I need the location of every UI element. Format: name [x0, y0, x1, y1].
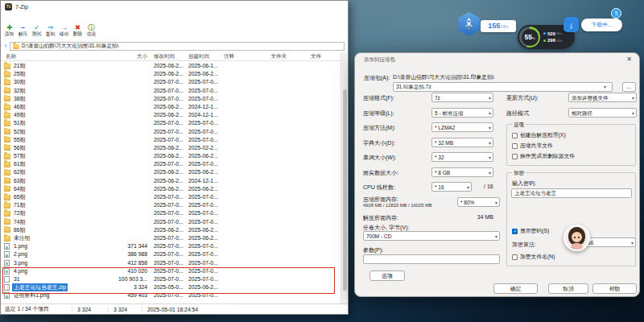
app-icon-7zip: 7z	[5, 3, 12, 10]
field-combobox[interactable]: * LZMA2	[431, 122, 493, 132]
table-row[interactable]: 25期 2025-06-2... 2025-06-2...	[1, 70, 342, 78]
toolbar-button[interactable]: ✖ 删除	[71, 23, 85, 41]
table-row[interactable]: 63期 2025-06-2... 2024-12-1...	[1, 177, 342, 185]
folder-up-button[interactable]: ↑	[4, 43, 7, 50]
table-row[interactable]: 38期 2025-07-0... 2025-07-0...	[1, 95, 342, 103]
toolbar-button[interactable]: ⇒ 复制	[43, 23, 57, 41]
password-input[interactable]	[511, 188, 632, 198]
monitor-speed-unit: K/s	[557, 31, 562, 35]
encrypt-filenames-checkbox-row[interactable]: 加密文件名(N)	[512, 253, 555, 261]
field-label: 固实数据大小:	[363, 169, 398, 177]
table-row[interactable]: 31 100 903 3... 2025-07-0... 2025-07-0..…	[1, 275, 342, 283]
table-row[interactable]: 52期 2025-07-0... 2025-07-0...	[1, 128, 342, 136]
download-status-pill[interactable]: 下载中...	[581, 19, 622, 31]
checkbox-row[interactable]: 操作完成后删除源文件	[512, 152, 575, 160]
column-header-name[interactable]: 名称	[6, 53, 16, 60]
column-header-modified[interactable]: 修改时间	[154, 53, 175, 60]
titlebar[interactable]: 7z 7-Zip	[1, 1, 348, 12]
field-suffix: / 16	[484, 184, 493, 189]
created-date: 2025-07-0...	[188, 275, 218, 283]
toolbar-button[interactable]: ✚ 添加	[2, 23, 16, 41]
table-row[interactable]: 86期 2025-06-2... 2025-06-2...	[1, 226, 342, 234]
checkbox-row[interactable]: 创建自解压程序(X)	[512, 131, 566, 139]
toolbar-button[interactable]: − 解压	[16, 23, 30, 41]
help-button[interactable]: 帮助	[592, 283, 637, 294]
archive-name-input[interactable]	[393, 82, 613, 92]
checkbox[interactable]	[512, 133, 518, 138]
archive-combo-arrow-icon[interactable]: ▾	[604, 84, 606, 89]
field-combobox[interactable]: 5 - 标准压缩	[431, 108, 493, 118]
created-date: 2025-07-0...	[188, 95, 218, 103]
table-row[interactable]: 55期 2025-07-0... 2025-07-0...	[1, 136, 342, 144]
table-row[interactable]: 46期 2025-06-2... 2024-12-1...	[1, 103, 342, 111]
close-icon[interactable]: ✕	[626, 56, 632, 63]
field-combobox[interactable]: * 32	[431, 152, 493, 162]
parameters-input[interactable]	[363, 254, 500, 264]
download-button[interactable]: ↓	[564, 17, 579, 32]
table-row[interactable]: 62期 2025-06-2... 2025-06-2...	[1, 168, 342, 176]
vertical-scrollbar[interactable]	[341, 52, 347, 304]
checkbox[interactable]	[512, 154, 518, 159]
column-header-size[interactable]: 大小	[96, 53, 147, 60]
table-row[interactable]: 51期 2025-07-0... 2025-07-0...	[1, 119, 342, 127]
cpu-usage-value: 55	[524, 33, 531, 41]
toolbar-icon: ✓	[30, 23, 43, 31]
toolbar-button[interactable]: → 移动	[57, 23, 71, 41]
modified-date: 2025-07-0...	[154, 242, 184, 250]
encrypt-filenames-checkbox[interactable]	[512, 254, 518, 260]
field-label: 单词大小(W):	[363, 154, 396, 162]
table-row[interactable]: 2.png 386 988 2025-07-0... 2025-07-0...	[1, 250, 342, 258]
scrollbar-thumb[interactable]	[343, 89, 347, 291]
table-row[interactable]: 65期 2025-07-0... 2025-07-0...	[1, 193, 342, 201]
field-combobox[interactable]: * 8 GB	[431, 167, 493, 177]
browse-button[interactable]: ...	[622, 82, 636, 92]
table-row[interactable]: 32期 2025-07-0... 2025-07-0...	[1, 87, 342, 95]
table-row[interactable]: 未注明 2025-07-0... 2025-06-2...	[1, 234, 342, 242]
ok-button[interactable]: 确定	[493, 283, 538, 294]
volume-size-combobox[interactable]: 700M - CD	[363, 231, 500, 241]
file-type-icon	[4, 154, 10, 159]
checkbox-row[interactable]: 压缩共享文件	[512, 142, 553, 150]
network-speed-pill[interactable]: 155 KB/s	[481, 20, 516, 32]
table-row[interactable]: 上老王论坛当老王.zip 3 324 2025-05-0... 2025-06-…	[1, 283, 342, 291]
table-row[interactable]: 64期 2025-06-2... 2025-06-2...	[1, 185, 342, 193]
options-button[interactable]: 选项	[369, 270, 405, 281]
field-combobox[interactable]: 7z	[431, 93, 493, 102]
field-combobox[interactable]: * 32 MB	[431, 138, 493, 147]
table-row[interactable]: 74期 2025-07-0... 2025-07-0...	[1, 218, 342, 226]
column-header-comment[interactable]: 注释	[224, 53, 234, 60]
created-date: 2025-07-0...	[188, 87, 218, 95]
toolbar-button[interactable]: ✓ 测试	[30, 23, 43, 41]
table-row[interactable]: 72期 2025-07-0... 2025-07-0...	[1, 209, 342, 217]
address-input[interactable]: D:\基督山伯爵\习大大论治国\31.印象足拍\	[10, 42, 345, 51]
toolbar-button[interactable]: ⓘ 信息	[85, 23, 98, 41]
show-password-checkbox[interactable]	[512, 229, 518, 234]
path-mode-combobox[interactable]: 相对路径	[568, 108, 637, 118]
table-row[interactable]: 21期 2025-06-2... 2025-06-1...	[1, 62, 342, 70]
cancel-button[interactable]: 取消	[548, 283, 588, 294]
table-row[interactable]: 61期 2025-07-0... 2025-07-0...	[1, 160, 342, 168]
created-date: 2025-07-0...	[188, 242, 218, 250]
table-row[interactable]: 57期 2025-06-2... 2025-06-2...	[1, 152, 342, 160]
field-combobox[interactable]: * 16	[431, 182, 472, 192]
created-date: 2025-07-0...	[188, 267, 218, 275]
update-mode-combobox[interactable]: 添加并替换文件	[568, 93, 637, 102]
column-header-files[interactable]: 文件	[289, 53, 321, 60]
column-header-folders[interactable]: 文件夹	[242, 53, 287, 60]
memory-percent-combobox[interactable]: * 80%	[457, 197, 500, 207]
file-name: 30期	[14, 78, 25, 86]
table-row[interactable]: 71期 2025-07-0... 2025-07-0...	[1, 201, 342, 209]
table-row[interactable]: 1.png 371 344 2025-07-0... 2025-07-0...	[1, 242, 342, 250]
checkbox[interactable]	[512, 143, 518, 149]
table-row[interactable]: 56期 2025-06-2... 2025-02-2...	[1, 144, 342, 152]
table-row[interactable]: 证明资料1.png 459 403 2025-07-0... 2025-07-0…	[1, 291, 342, 299]
column-header-created[interactable]: 创建时间	[188, 53, 209, 60]
file-name: 71期	[14, 201, 25, 209]
show-password-checkbox-row[interactable]: 显示密码(S)	[512, 227, 549, 235]
table-row[interactable]: 49期 2025-06-2... 2024-12-1...	[1, 111, 342, 119]
toolbar-icon: →	[57, 23, 71, 31]
table-row[interactable]: 30期 2025-07-0... 2025-07-0...	[1, 78, 342, 86]
floating-avatar[interactable]	[564, 225, 590, 251]
table-row[interactable]: 4.png 410 020 2025-07-0... 2025-07-0...	[1, 267, 342, 275]
table-row[interactable]: 3.png 412 858 2025-07-0... 2025-07-0...	[1, 259, 342, 267]
